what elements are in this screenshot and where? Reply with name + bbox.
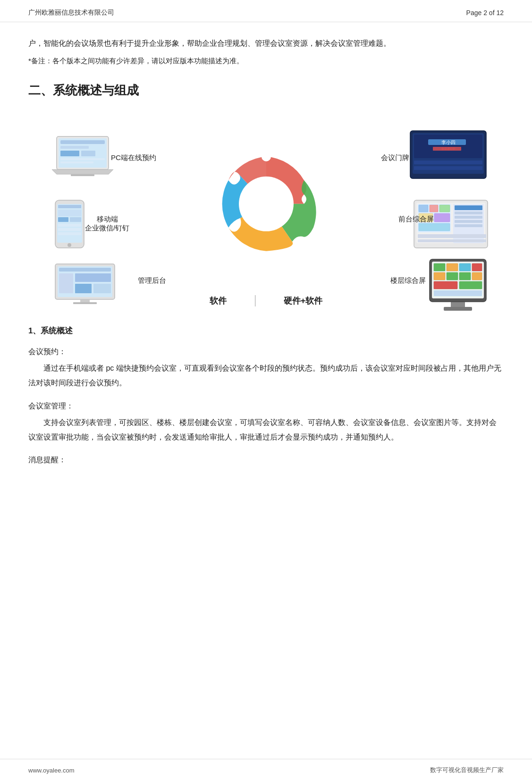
label-floor: 楼层综合屏 <box>390 276 426 285</box>
svg-rect-5 <box>81 151 95 156</box>
svg-rect-70 <box>459 281 482 289</box>
svg-rect-55 <box>418 239 486 242</box>
phone-device <box>54 199 85 249</box>
message-reminder-label: 消息提醒： <box>28 453 504 467</box>
svg-rect-2 <box>60 140 105 144</box>
svg-rect-32 <box>414 135 482 158</box>
section-title-text: 二、系统概述与组成 <box>28 82 139 99</box>
svg-rect-14 <box>70 217 81 222</box>
company-name: 广州欧雅丽信息技术有限公司 <box>28 8 114 17</box>
label-admin: 管理后台 <box>138 276 166 285</box>
svg-rect-8 <box>71 174 94 176</box>
svg-point-18 <box>68 243 71 247</box>
label-hardware: 硬件+软件 <box>284 295 323 306</box>
svg-rect-62 <box>447 263 458 271</box>
svg-rect-69 <box>434 281 457 289</box>
meeting-booking-body: 通过在手机端或者 pc 端快捷预约会议室，可直观看到会议室各个时段的预约状态。预… <box>28 361 504 390</box>
svg-rect-53 <box>455 224 482 227</box>
svg-rect-42 <box>419 205 428 212</box>
svg-point-28 <box>239 177 294 231</box>
footer-tagline: 数字可视化音视频生产厂家 <box>430 766 504 774</box>
svg-rect-64 <box>472 263 482 271</box>
desktop-device <box>54 263 116 305</box>
svg-rect-7 <box>60 161 93 163</box>
svg-rect-21 <box>59 268 111 272</box>
door-screen-device: 李小四 会议进行中 <box>409 130 487 179</box>
svg-rect-49 <box>455 205 482 210</box>
page-content: 户，智能化的会议场景也有利于提升企业形象，帮助企业合理规划、管理会议室资源，解决… <box>0 22 532 507</box>
page-number: Page 2 of 12 <box>466 9 504 17</box>
svg-rect-3 <box>60 146 89 149</box>
svg-rect-63 <box>459 263 471 271</box>
label-front: 前台综合屏 <box>398 215 434 224</box>
svg-rect-71 <box>434 290 482 296</box>
svg-rect-13 <box>58 217 68 222</box>
svg-rect-36 <box>414 166 482 170</box>
bottom-labels: 软件 硬件+软件 <box>210 295 323 306</box>
svg-rect-35 <box>414 161 482 164</box>
svg-rect-57 <box>444 307 472 311</box>
page-footer: www.oyalee.com 数字可视化音视频生产厂家 <box>0 759 532 781</box>
svg-rect-47 <box>419 223 450 231</box>
label-pc: PC端在线预约 <box>111 153 156 162</box>
svg-rect-27 <box>73 302 97 304</box>
svg-rect-22 <box>59 273 73 293</box>
meeting-management-body: 支持会议室列表管理，可按园区、楼栋、楼层创建会议室，可填写会议室名称、可容纳人数… <box>28 415 504 444</box>
label-software: 软件 <box>210 295 227 306</box>
svg-rect-11 <box>58 205 81 208</box>
label-door: 会议门牌 <box>381 153 409 162</box>
system-diagram: PC端在线预约 移动端 企业微信/钉钉 管理后台 <box>28 112 504 310</box>
svg-rect-24 <box>75 284 92 293</box>
svg-rect-12 <box>58 210 81 216</box>
section-title: 二、系统概述与组成 <box>28 82 504 99</box>
puzzle-diagram <box>205 143 328 267</box>
subsection-title: 1、系统概述 <box>28 325 504 336</box>
svg-rect-46 <box>434 213 450 222</box>
svg-rect-65 <box>434 272 445 280</box>
svg-rect-16 <box>58 228 81 231</box>
svg-rect-52 <box>455 220 482 223</box>
floor-screen-device <box>427 258 489 313</box>
svg-rect-44 <box>439 205 450 212</box>
footer-website: www.oyalee.com <box>28 767 75 774</box>
svg-rect-54 <box>418 234 486 238</box>
svg-rect-67 <box>459 272 471 280</box>
svg-rect-23 <box>75 273 111 282</box>
svg-text:李小四: 李小四 <box>441 140 456 145</box>
pc-device <box>52 136 113 178</box>
svg-rect-61 <box>434 263 445 271</box>
svg-rect-4 <box>60 151 79 156</box>
svg-rect-66 <box>447 272 458 280</box>
svg-rect-26 <box>80 299 90 302</box>
label-mobile: 移动端 企业微信/钉钉 <box>85 215 129 233</box>
svg-rect-51 <box>455 216 482 219</box>
svg-text:会议进行中: 会议进行中 <box>441 147 456 150</box>
svg-rect-43 <box>430 205 438 212</box>
meeting-booking-label: 会议预约： <box>28 345 504 359</box>
svg-point-29 <box>262 152 271 161</box>
page-header: 广州欧雅丽信息技术有限公司 Page 2 of 12 <box>0 0 532 22</box>
svg-rect-50 <box>455 212 482 214</box>
label-divider <box>255 295 255 306</box>
meeting-management-label: 会议室管理： <box>28 399 504 413</box>
svg-rect-68 <box>472 272 482 280</box>
intro-paragraph: 户，智能化的会议场景也有利于提升企业形象，帮助企业合理规划、管理会议室资源，解决… <box>28 36 504 51</box>
svg-rect-25 <box>93 284 111 293</box>
front-screen-device <box>413 199 489 249</box>
svg-rect-15 <box>58 224 81 227</box>
svg-rect-6 <box>60 158 105 160</box>
svg-rect-17 <box>58 232 81 235</box>
intro-note: *备注：各个版本之间功能有少许差异，请以对应版本功能描述为准。 <box>28 54 504 68</box>
